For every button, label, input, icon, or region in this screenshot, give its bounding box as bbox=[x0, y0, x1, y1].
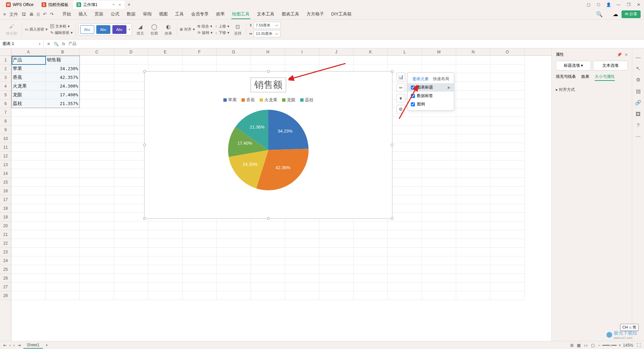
cell[interactable] bbox=[11, 239, 46, 248]
col-L[interactable]: L bbox=[388, 48, 422, 55]
row-10[interactable]: 10 bbox=[0, 134, 11, 143]
cell[interactable] bbox=[80, 82, 114, 91]
cell[interactable] bbox=[114, 160, 148, 169]
cell[interactable] bbox=[148, 274, 182, 283]
shape-style-gallery[interactable]: Abc Abc Abc ▾ bbox=[78, 23, 132, 36]
outline-button[interactable]: ◯轮廓 bbox=[149, 23, 160, 36]
cell[interactable] bbox=[11, 108, 46, 117]
cell[interactable] bbox=[114, 265, 148, 274]
cell[interactable] bbox=[46, 256, 80, 265]
cell[interactable] bbox=[148, 221, 182, 230]
new-tab-button[interactable]: + bbox=[126, 1, 132, 8]
cell[interactable] bbox=[422, 187, 456, 195]
cell[interactable] bbox=[251, 230, 285, 239]
row-13[interactable]: 13 bbox=[0, 160, 11, 169]
cell[interactable] bbox=[251, 283, 285, 291]
cell[interactable] bbox=[456, 64, 490, 73]
cell[interactable] bbox=[422, 248, 456, 256]
cell[interactable] bbox=[114, 178, 148, 187]
cell[interactable] bbox=[148, 291, 182, 300]
cell[interactable] bbox=[490, 204, 525, 213]
tab-template[interactable]: D 找稻壳模板 bbox=[38, 1, 72, 9]
cell[interactable] bbox=[80, 195, 114, 204]
row-4[interactable]: 4 bbox=[0, 82, 11, 91]
cell[interactable] bbox=[80, 265, 114, 274]
popover-item[interactable]: 数据标签 bbox=[408, 92, 454, 100]
cell[interactable] bbox=[80, 230, 114, 239]
sheet-nav-prev[interactable]: ‹ bbox=[9, 343, 11, 348]
cell[interactable] bbox=[114, 108, 148, 117]
sheet-nav-last[interactable]: ⇥ bbox=[17, 343, 21, 348]
cell[interactable] bbox=[182, 291, 217, 300]
cell[interactable] bbox=[46, 265, 80, 274]
cell[interactable] bbox=[490, 239, 525, 248]
title-options-tab[interactable]: 标题选项 ▾ bbox=[556, 61, 591, 70]
cell[interactable] bbox=[354, 274, 388, 283]
cell[interactable] bbox=[46, 291, 80, 300]
cell[interactable] bbox=[182, 283, 217, 291]
avatar-icon[interactable]: 👤 bbox=[606, 2, 611, 7]
cell[interactable] bbox=[490, 248, 525, 256]
effect-button[interactable]: ◐效果 bbox=[163, 23, 174, 36]
cell[interactable] bbox=[422, 204, 456, 213]
view-normal-icon[interactable]: ⊞ bbox=[570, 343, 574, 348]
formula-input[interactable]: 产品 bbox=[68, 41, 76, 47]
cell[interactable] bbox=[11, 291, 46, 300]
sub-effect[interactable]: 效果 bbox=[581, 74, 589, 81]
cell[interactable] bbox=[80, 169, 114, 178]
cell[interactable] bbox=[354, 248, 388, 256]
cell[interactable] bbox=[114, 230, 148, 239]
hamburger-icon[interactable]: ≡ bbox=[3, 12, 6, 17]
cell[interactable] bbox=[354, 256, 388, 265]
row-18[interactable]: 18 bbox=[0, 204, 11, 213]
close-window-icon[interactable]: ✕ bbox=[636, 2, 641, 7]
cell[interactable] bbox=[490, 134, 525, 143]
edit-shape-button[interactable]: ✎编辑形状▾ bbox=[50, 30, 73, 35]
cell[interactable] bbox=[319, 56, 354, 64]
zoom-in-button[interactable]: + bbox=[619, 343, 621, 348]
legend-item[interactable]: 火龙果 bbox=[260, 97, 277, 103]
cell[interactable] bbox=[422, 134, 456, 143]
cell[interactable] bbox=[114, 291, 148, 300]
cell[interactable] bbox=[46, 187, 80, 195]
cell[interactable] bbox=[80, 256, 114, 265]
cell[interactable] bbox=[182, 256, 217, 265]
cell[interactable]: 42.357% bbox=[46, 73, 80, 82]
cell[interactable] bbox=[80, 248, 114, 256]
cell[interactable]: 21.357% bbox=[46, 99, 80, 108]
cell[interactable] bbox=[80, 283, 114, 291]
cell[interactable]: 销售额 bbox=[46, 56, 80, 64]
cell[interactable] bbox=[388, 178, 422, 187]
row-5[interactable]: 5 bbox=[0, 91, 11, 99]
cell[interactable] bbox=[11, 256, 46, 265]
cell[interactable] bbox=[388, 256, 422, 265]
cell[interactable] bbox=[46, 230, 80, 239]
cell[interactable] bbox=[422, 152, 456, 160]
row-8[interactable]: 8 bbox=[0, 117, 11, 126]
cell[interactable] bbox=[456, 160, 490, 169]
sheet-tab-1[interactable]: Sheet1 bbox=[23, 342, 43, 349]
popover-tab-layout[interactable]: 快速布局 bbox=[433, 76, 449, 82]
cell[interactable] bbox=[388, 195, 422, 204]
cell[interactable] bbox=[114, 283, 148, 291]
col-D[interactable]: D bbox=[114, 48, 148, 55]
cell[interactable] bbox=[456, 213, 490, 221]
cell[interactable] bbox=[217, 248, 251, 256]
cell[interactable] bbox=[490, 230, 525, 239]
cell[interactable] bbox=[319, 265, 354, 274]
legend-item[interactable]: 荔枝 bbox=[300, 97, 314, 103]
cell[interactable] bbox=[456, 283, 490, 291]
cell[interactable] bbox=[354, 239, 388, 248]
row-27[interactable]: 27 bbox=[0, 283, 11, 291]
search-icon[interactable]: 🔍 bbox=[596, 11, 603, 17]
menu-tab-公式[interactable]: 公式 bbox=[110, 10, 120, 19]
cell[interactable] bbox=[285, 283, 319, 291]
col-N[interactable]: N bbox=[456, 48, 490, 55]
cell[interactable] bbox=[11, 274, 46, 283]
col-E[interactable]: E bbox=[148, 48, 182, 55]
col-I[interactable]: I bbox=[285, 48, 319, 55]
cell[interactable] bbox=[456, 82, 490, 91]
menu-tab-方方格子[interactable]: 方方格子 bbox=[306, 10, 325, 19]
cell[interactable] bbox=[319, 221, 354, 230]
cell[interactable] bbox=[388, 283, 422, 291]
